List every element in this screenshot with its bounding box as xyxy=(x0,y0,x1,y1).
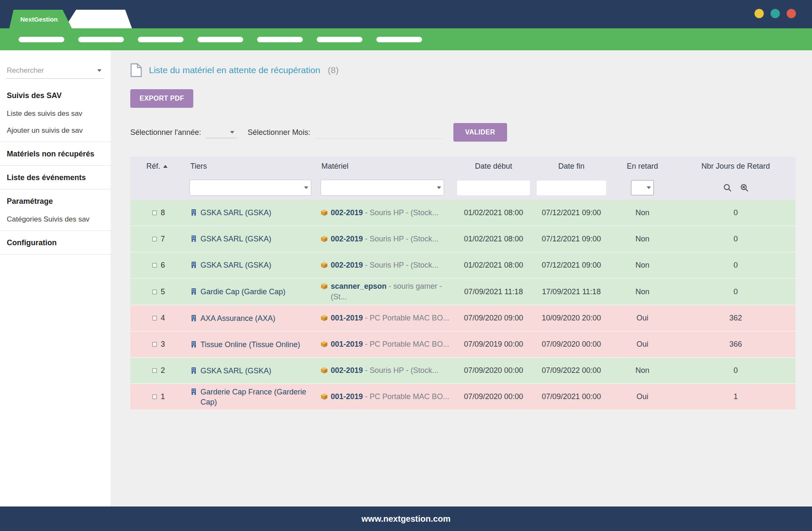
chevron-down-icon xyxy=(230,131,234,134)
row-ref: 1 xyxy=(161,392,165,401)
column-header-ref[interactable]: Réf. xyxy=(130,162,189,171)
nav-menu-placeholder[interactable] xyxy=(257,37,303,42)
validate-button[interactable]: VALIDER xyxy=(453,123,507,142)
column-header-nbr-jours[interactable]: Nbr Jours de Retard xyxy=(676,162,796,171)
record-count: (8) xyxy=(328,65,339,75)
tiers-name[interactable]: GSKA SARL (GSKA) xyxy=(200,208,271,218)
date-debut-filter-input[interactable] xyxy=(457,181,530,195)
table-row[interactable]: 8 GSKA SARL (GSKA) 002-2019 - Souris HP … xyxy=(130,200,796,226)
blank-tab[interactable] xyxy=(64,10,132,28)
sidebar-item[interactable]: Paramétrage xyxy=(0,192,111,211)
search-input[interactable] xyxy=(6,63,104,78)
nav-menu-placeholder[interactable] xyxy=(138,37,184,42)
sidebar-item[interactable]: Suivis des SAV xyxy=(0,86,111,105)
sidebar-item[interactable]: Liste des événements xyxy=(0,168,111,189)
column-label: En retard xyxy=(627,162,658,171)
column-header-date-debut[interactable]: Date début xyxy=(453,162,534,171)
en-retard-value: Oui xyxy=(609,390,676,404)
date-fin: 10/09/2020 20:00 xyxy=(534,311,609,325)
column-header-date-fin[interactable]: Date fin xyxy=(534,162,609,171)
date-fin: 07/12/2021 09:00 xyxy=(534,232,609,246)
materiel-code[interactable]: 002-2019 xyxy=(331,208,363,217)
tiers-name[interactable]: Gardie Cap (Gardie Cap) xyxy=(200,287,285,297)
tiers-filter-select[interactable] xyxy=(189,180,311,196)
search-icon[interactable] xyxy=(723,183,732,192)
expand-row-icon[interactable] xyxy=(152,237,157,241)
sidebar-item[interactable]: Ajouter un suivis de sav xyxy=(0,122,111,142)
export-pdf-button[interactable]: EXPORT PDF xyxy=(130,89,193,108)
expand-row-icon[interactable] xyxy=(152,290,157,294)
materiel-code[interactable]: 002-2019 xyxy=(331,366,363,375)
nav-menu-placeholder[interactable] xyxy=(376,37,422,42)
table-row[interactable]: 6 GSKA SARL (GSKA) 002-2019 - Souris HP … xyxy=(130,252,796,279)
clear-search-icon[interactable] xyxy=(740,183,749,192)
nav-menu-placeholder[interactable] xyxy=(317,37,362,42)
nav-menu-placeholder[interactable] xyxy=(198,37,243,42)
tiers-name[interactable]: GSKA SARL (GSKA) xyxy=(200,234,271,244)
tiers-name[interactable]: AXA Assurance (AXA) xyxy=(200,313,275,323)
date-debut: 07/09/2020 00:00 xyxy=(453,390,534,404)
nbr-jours-value: 362 xyxy=(676,311,796,325)
top-bar: NextGestion xyxy=(0,0,812,28)
sidebar-menu: Suivis des SAVListe des suivis des savAj… xyxy=(0,86,111,255)
building-icon xyxy=(190,315,197,322)
window-dot[interactable] xyxy=(771,9,780,18)
date-fin: 07/09/2020 00:00 xyxy=(534,337,609,351)
sidebar-item[interactable]: Liste des suivis des sav xyxy=(0,105,111,122)
nav-menu-placeholder[interactable] xyxy=(78,37,124,42)
window-dot[interactable] xyxy=(754,9,764,18)
column-header-en-retard[interactable]: En retard xyxy=(609,162,676,171)
chevron-down-icon[interactable] xyxy=(97,69,102,72)
export-row: EXPORT PDF xyxy=(130,89,796,108)
row-ref: 2 xyxy=(161,366,165,375)
package-icon xyxy=(321,341,328,348)
table-row[interactable]: 3 Tissue Online (Tissue Online) 001-2019… xyxy=(130,331,796,358)
column-label: Nbr Jours de Retard xyxy=(701,162,770,171)
materiel-code[interactable]: 001-2019 xyxy=(331,392,363,401)
package-icon xyxy=(321,283,328,290)
date-fin-filter-input[interactable] xyxy=(537,181,606,195)
table-row[interactable]: 5 Gardie Cap (Gardie Cap) scanner_epson … xyxy=(130,279,796,305)
materiel-code[interactable]: 002-2019 xyxy=(331,235,363,243)
table-row[interactable]: 2 GSKA SARL (GSKA) 002-2019 - Souris HP … xyxy=(130,358,796,384)
date-debut: 01/02/2021 08:00 xyxy=(453,232,534,246)
window-controls xyxy=(754,9,796,18)
brand-tab[interactable]: NextGestion xyxy=(9,10,72,28)
month-filter-input[interactable] xyxy=(315,126,442,139)
tiers-name[interactable]: GSKA SARL (GSKA) xyxy=(200,260,271,270)
nav-menu-placeholder[interactable] xyxy=(19,37,64,42)
expand-row-icon[interactable] xyxy=(152,263,157,268)
table-row[interactable]: 1 Garderie Cap France (Garderie Cap) 001… xyxy=(130,384,796,410)
table-row[interactable]: 4 AXA Assurance (AXA) 001-2019 - PC Port… xyxy=(130,305,796,331)
expand-row-icon[interactable] xyxy=(152,394,157,399)
table-row[interactable]: 7 GSKA SARL (GSKA) 002-2019 - Souris HP … xyxy=(130,226,796,252)
en-retard-value: Non xyxy=(609,232,676,246)
expand-row-icon[interactable] xyxy=(152,368,157,373)
document-icon xyxy=(130,63,142,77)
tiers-name[interactable]: GSKA SARL (GSKA) xyxy=(200,366,271,376)
materiel-code[interactable]: 001-2019 xyxy=(331,314,363,322)
materiel-filter-select[interactable] xyxy=(321,180,444,196)
expand-row-icon[interactable] xyxy=(152,342,157,347)
column-header-materiel[interactable]: Matériel xyxy=(320,162,453,171)
expand-row-icon[interactable] xyxy=(152,211,157,215)
sidebar-item[interactable]: Matériels non récupérés xyxy=(0,145,111,166)
tiers-name[interactable]: Garderie Cap France (Garderie Cap) xyxy=(200,387,314,408)
en-retard-filter-select[interactable] xyxy=(631,180,654,195)
year-filter-select[interactable] xyxy=(206,126,237,138)
materiel-code[interactable]: 002-2019 xyxy=(331,261,363,269)
column-header-tiers[interactable]: Tiers xyxy=(189,162,320,171)
sidebar-item[interactable]: Catégories Suivis des sav xyxy=(0,211,111,231)
materiel-code[interactable]: scanner_epson xyxy=(331,282,387,290)
date-debut: 07/09/2020 00:00 xyxy=(453,364,534,378)
expand-row-icon[interactable] xyxy=(152,316,157,320)
column-label: Tiers xyxy=(190,162,207,171)
window-dot[interactable] xyxy=(787,9,796,18)
sidebar-item[interactable]: Configuration xyxy=(0,233,111,255)
materiel-code[interactable]: 001-2019 xyxy=(331,340,363,348)
materials-table: Réf. Tiers Matériel Date début Date fin … xyxy=(130,157,796,410)
materiel-desc: - Souris HP - (Stock... xyxy=(363,366,439,375)
footer-url: www.nextgestion.com xyxy=(362,514,450,524)
tiers-name[interactable]: Tissue Online (Tissue Online) xyxy=(200,339,300,350)
nbr-jours-value: 0 xyxy=(676,364,796,378)
